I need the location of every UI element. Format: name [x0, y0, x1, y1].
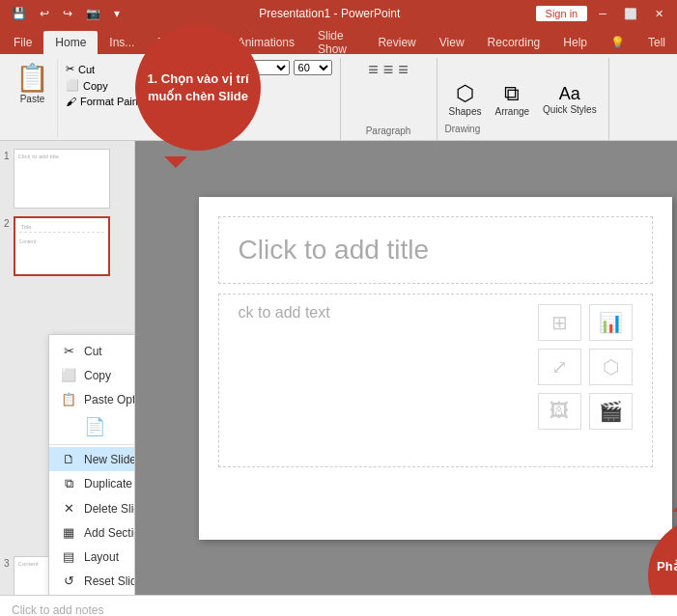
ribbon-tabs: File Home Ins... Transitions Animations …: [0, 27, 677, 54]
paste-button[interactable]: 📋 Paste: [8, 60, 58, 138]
ctx-reset-slide[interactable]: ↺ Reset Slide: [49, 569, 135, 593]
ctx-delete-slide[interactable]: ✕ Delete Slide: [49, 496, 135, 520]
paragraph-group: ≡ ≡ ≡ Paragraph: [341, 58, 437, 140]
arrange-label: Arrange: [494, 106, 529, 117]
ctx-duplicate-slide-label: Duplicate Slide: [84, 477, 135, 490]
undo-button[interactable]: ↩: [36, 5, 53, 22]
slide-title-placeholder[interactable]: Click to add title: [239, 235, 430, 266]
copy-icon: ⬜: [61, 368, 76, 382]
notes-placeholder[interactable]: Click to add notes: [12, 603, 103, 617]
paragraph-label: Paragraph: [366, 124, 411, 138]
ctx-duplicate-slide[interactable]: ⧉ Duplicate Slide: [49, 471, 135, 496]
ctx-layout-label: Layout: [84, 550, 119, 564]
title-bar-title: Presentation1 - PowerPoint: [259, 7, 400, 20]
quick-styles-label: Quick Styles: [543, 104, 597, 115]
tab-home[interactable]: Home: [43, 31, 98, 54]
ctx-add-section-label: Add Section: [84, 526, 135, 540]
new-slide-icon: 🗋: [61, 452, 76, 466]
ctx-delete-slide-label: Delete Slide: [84, 502, 135, 516]
shapes-label: Shapes: [449, 106, 482, 117]
ctx-cut-label: Cut: [84, 345, 102, 358]
arrange-icon: ⧉: [504, 81, 520, 106]
slide-thumb-2[interactable]: 2 Title Content: [4, 216, 130, 276]
duplicate-slide-icon: ⧉: [61, 476, 76, 491]
maximize-button[interactable]: ⬜: [618, 6, 643, 22]
ctx-format-background[interactable]: 🎨 Format Background...: [49, 593, 135, 595]
font-size-select[interactable]: 60: [294, 60, 332, 75]
ctx-paste-options-label: Paste Options:: [84, 393, 135, 406]
layout-icon: ▤: [61, 549, 76, 564]
drawing-group: ⬡ Shapes ⧉ Arrange Aa Quick Styles Drawi…: [437, 58, 609, 140]
tab-insert[interactable]: Ins...: [98, 31, 146, 54]
cut-label: Cut: [78, 64, 95, 75]
slide-num-2: 2: [4, 216, 10, 229]
title-bar-left: 💾 ↩ ↪ 📷 ▾: [8, 5, 124, 22]
title-bar: 💾 ↩ ↪ 📷 ▾ Presentation1 - PowerPoint Sig…: [0, 0, 677, 27]
cut-icon: ✂: [66, 63, 74, 75]
context-menu: ✂ Cut ⬜ Copy 📋 Paste Options: 📄 🗋 New Sl…: [48, 334, 135, 595]
shapes-button[interactable]: ⬡ Shapes: [445, 79, 486, 119]
slide-panel: 1 Click to add title 2 Title Content ✂ C…: [0, 141, 135, 595]
ctx-paste-options[interactable]: 📋 Paste Options:: [49, 387, 135, 411]
tab-lightbulb[interactable]: 💡: [599, 31, 636, 54]
save-button[interactable]: 💾: [8, 5, 30, 22]
ctx-copy[interactable]: ⬜ Copy: [49, 363, 135, 387]
slide-num-3: 3: [4, 556, 10, 569]
format-painter-icon: 🖌: [66, 96, 76, 107]
ctx-cut[interactable]: ✂ Cut: [49, 339, 135, 363]
paste-options-icon: 📋: [61, 392, 76, 406]
tab-slideshow[interactable]: Slide Show: [306, 31, 366, 54]
ctx-paste-icon-item[interactable]: 📄: [49, 411, 135, 442]
layout-icon-smartart: ⤢: [538, 349, 581, 385]
paste-label: Paste: [20, 94, 45, 104]
paste-icon: 📋: [15, 62, 49, 94]
title-bar-right: Sign in ─ ⬜ ✕: [536, 6, 669, 22]
close-button[interactable]: ✕: [649, 6, 669, 22]
shapes-icon: ⬡: [456, 81, 474, 106]
ribbon: 📋 Paste ✂ Cut ⬜ Copy 🖌 Format Painter Cl…: [0, 54, 677, 141]
layout-icon-chart: 📊: [589, 304, 633, 341]
layout-icon-table: ⊞: [538, 304, 581, 341]
present-button[interactable]: 📷: [82, 5, 104, 22]
layout-icon-video: 🎬: [589, 393, 633, 430]
paste-special-icon: 📄: [84, 416, 105, 437]
slide-text-placeholder[interactable]: ck to add text: [239, 304, 330, 322]
quick-styles-icon: Aa: [559, 84, 580, 104]
main-area: 1 Click to add title 2 Title Content ✂ C…: [0, 141, 677, 595]
canvas-area: Click to add title ck to add text ⊞ 📊 ⤢ …: [135, 141, 677, 595]
callout-2-text: Phải chuột chọn New slide: [648, 558, 677, 593]
quick-styles-button[interactable]: Aa Quick Styles: [539, 82, 601, 117]
ctx-new-slide-label: New Slide: [84, 453, 135, 466]
callout-1-bubble: 1. Chọn vào vị trí muốn chèn Slide: [135, 25, 261, 151]
ctx-sep-1: [49, 444, 135, 445]
reset-slide-icon: ↺: [61, 574, 76, 588]
slide-canvas[interactable]: Click to add title ck to add text ⊞ 📊 ⤢ …: [199, 197, 672, 540]
minimize-button[interactable]: ─: [593, 6, 612, 21]
layout-icon-picture: 🖼: [538, 393, 581, 430]
layout-icon-3d: ⬡: [589, 349, 633, 385]
drawing-label: Drawing: [445, 122, 481, 136]
ctx-new-slide[interactable]: 🗋 New Slide ↖: [49, 447, 135, 471]
signin-button[interactable]: Sign in: [536, 6, 588, 21]
callout-1-text: 1. Chọn vào vị trí muốn chèn Slide: [135, 70, 261, 105]
notes-area[interactable]: Click to add notes: [0, 595, 677, 616]
tab-recording[interactable]: Recording: [476, 31, 552, 54]
ctx-reset-slide-label: Reset Slide: [84, 574, 135, 588]
qat-dropdown[interactable]: ▾: [110, 5, 124, 22]
delete-slide-icon: ✕: [61, 501, 76, 516]
arrange-button[interactable]: ⧉ Arrange: [491, 79, 533, 119]
slide-num-1: 1: [4, 149, 10, 161]
add-section-icon: ▦: [61, 525, 76, 540]
copy-label: Copy: [83, 80, 108, 92]
tab-view[interactable]: View: [428, 31, 476, 54]
ctx-copy-label: Copy: [84, 369, 111, 382]
tab-file[interactable]: File: [2, 31, 43, 54]
ctx-layout[interactable]: ▤ Layout ▶: [49, 545, 135, 569]
tab-review[interactable]: Review: [366, 31, 427, 54]
ctx-add-section[interactable]: ▦ Add Section: [49, 520, 135, 545]
copy-icon: ⬜: [66, 79, 79, 92]
tab-help[interactable]: Help: [551, 31, 599, 54]
slide-thumb-1[interactable]: 1 Click to add title: [4, 149, 130, 209]
tab-tell[interactable]: Tell: [636, 31, 677, 54]
redo-button[interactable]: ↪: [59, 5, 76, 22]
